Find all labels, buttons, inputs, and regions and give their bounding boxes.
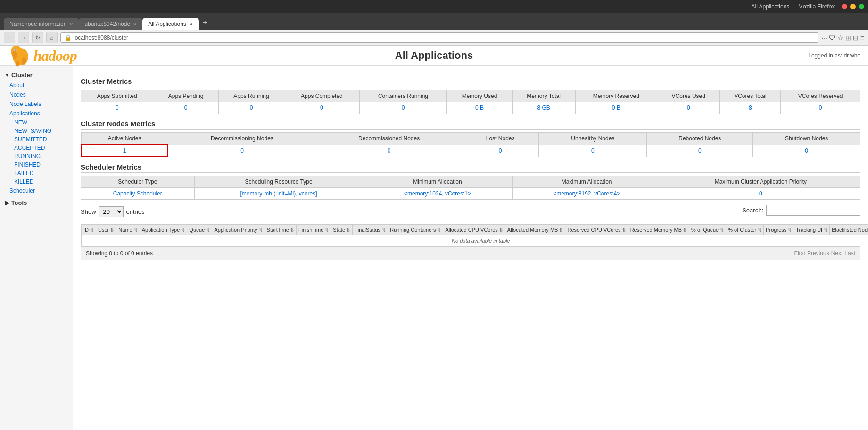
val-lost-nodes[interactable]: 0: [462, 145, 539, 157]
sidebar-cluster-header[interactable]: ▼ Cluster: [0, 70, 73, 81]
col-blacklisted-nodes[interactable]: Blacklisted Nodes ⇅: [830, 225, 868, 235]
pagination-buttons: First Previous Next Last: [794, 250, 855, 257]
tab-namenode[interactable]: Namenode information ✕: [4, 18, 79, 30]
minimize-window-btn[interactable]: [850, 4, 856, 9]
tracking-ui-sort-icon: ⇅: [824, 228, 827, 233]
start-time-sort-icon: ⇅: [290, 228, 294, 233]
sidebar-tools-section[interactable]: ▶ Tools: [0, 197, 73, 208]
tab-node[interactable]: ubuntu:8042/node ✕: [79, 18, 142, 30]
progress-sort-icon: ⇅: [788, 228, 792, 233]
col-application-type[interactable]: Application Type ⇅: [140, 225, 187, 235]
cluster-nodes-data-row: 1 0 0 0 0 0 0: [81, 145, 860, 157]
col-finish-time[interactable]: FinishTime ⇅: [296, 225, 331, 235]
col-pct-cluster[interactable]: % of Cluster ⇅: [726, 225, 764, 235]
col-start-time[interactable]: StartTime ⇅: [265, 225, 296, 235]
cluster-nodes-title: Cluster Nodes Metrics: [81, 120, 860, 130]
browser-chrome: All Applications — Mozilla Firefox Namen…: [0, 0, 868, 46]
close-window-btn[interactable]: [842, 4, 847, 9]
col-name[interactable]: Name ⇅: [116, 225, 140, 235]
cluster-metrics-data-row: 0 0 0 0 0 0 B 8 GB 0 B 0 8 0: [81, 102, 860, 114]
hadoop-logo-text: hadoop: [33, 47, 77, 65]
sidebar-item-failed[interactable]: FAILED: [0, 169, 73, 178]
sidebar-item-applications[interactable]: Applications: [0, 109, 73, 118]
val-apps-running[interactable]: 0: [218, 102, 284, 114]
split-view-icon[interactable]: ⊟: [853, 34, 859, 41]
col-decommissioned-nodes: Decommissioned Nodes: [316, 133, 462, 145]
tab-node-close[interactable]: ✕: [133, 22, 137, 27]
val-rebooted-nodes[interactable]: 0: [647, 145, 753, 157]
col-minimum-allocation: Minimum Allocation: [363, 176, 512, 188]
col-pct-queue[interactable]: % of Queue ⇅: [689, 225, 726, 235]
col-reserved-cpu-vcores[interactable]: Reserved CPU VCores ⇅: [565, 225, 628, 235]
page-wrapper: hadoop All Applications Logged in as: dr…: [0, 46, 868, 430]
sidebar-item-new-saving[interactable]: NEW_SAVING: [0, 127, 73, 135]
col-running-containers[interactable]: Running Containers ⇅: [388, 225, 443, 235]
val-apps-completed[interactable]: 0: [284, 102, 359, 114]
hadoop-elephant-svg: [8, 46, 33, 69]
sidebar-item-node-labels[interactable]: Node Labels: [0, 99, 73, 109]
toolbar-right: ··· 🛡 ☆ ⊞ ⊟ ≡: [821, 34, 864, 41]
final-status-sort-icon: ⇅: [382, 228, 386, 233]
col-progress[interactable]: Progress ⇅: [764, 225, 794, 235]
val-scheduler-type[interactable]: Capacity Scheduler: [81, 188, 195, 200]
tab-namenode-close[interactable]: ✕: [69, 22, 73, 27]
sidebar-toggle-icon[interactable]: ⊞: [845, 34, 851, 41]
bookmark-icon[interactable]: ☆: [837, 34, 843, 41]
home-button[interactable]: ⌂: [46, 32, 58, 43]
more-menu-btn[interactable]: ···: [821, 34, 827, 41]
back-button[interactable]: ←: [4, 32, 15, 43]
col-id[interactable]: ID ⇅: [82, 225, 96, 235]
col-user[interactable]: User ⇅: [96, 225, 116, 235]
search-input[interactable]: [766, 205, 860, 216]
previous-page-btn[interactable]: Previous: [807, 250, 829, 257]
show-search-row: Show 20 50 100 entries Search:: [81, 203, 860, 221]
sidebar-item-finished[interactable]: FINISHED: [0, 161, 73, 169]
col-queue[interactable]: Queue ⇅: [187, 225, 212, 235]
show-entries: Show 20 50 100 entries: [81, 206, 145, 217]
sidebar-item-killed[interactable]: KILLED: [0, 178, 73, 186]
val-shutdown-nodes[interactable]: 0: [753, 145, 860, 157]
val-apps-submitted[interactable]: 0: [81, 102, 153, 114]
val-active-nodes[interactable]: 1: [81, 145, 168, 157]
no-data-cell: No data available in table: [82, 235, 868, 246]
search-label: Search:: [742, 207, 763, 214]
first-page-btn[interactable]: First: [794, 250, 805, 257]
next-page-btn[interactable]: Next: [831, 250, 843, 257]
sidebar-item-running[interactable]: RUNNING: [0, 152, 73, 161]
sidebar-item-scheduler[interactable]: Scheduler: [0, 186, 73, 195]
window-controls[interactable]: [842, 4, 864, 9]
val-unhealthy-nodes[interactable]: 0: [539, 145, 647, 157]
col-reserved-memory-mb[interactable]: Reserved Memory MB ⇅: [628, 225, 689, 235]
maximize-window-btn[interactable]: [859, 4, 864, 9]
sidebar-item-about[interactable]: About: [0, 81, 73, 90]
col-unhealthy-nodes: Unhealthy Nodes: [539, 133, 647, 145]
val-decommissioning-nodes[interactable]: 0: [168, 145, 316, 157]
last-page-btn[interactable]: Last: [844, 250, 855, 257]
new-tab-button[interactable]: +: [199, 16, 211, 29]
col-memory-total: Memory Total: [512, 90, 575, 102]
state-sort-icon: ⇅: [347, 228, 350, 233]
menu-icon[interactable]: ≡: [860, 34, 864, 41]
forward-button[interactable]: →: [18, 32, 29, 43]
col-state[interactable]: State ⇅: [331, 225, 353, 235]
col-final-status[interactable]: FinalStatus ⇅: [353, 225, 388, 235]
entries-select[interactable]: 20 50 100: [99, 206, 124, 217]
tab-namenode-label: Namenode information: [9, 21, 66, 27]
col-allocated-memory-mb[interactable]: Allocated Memory MB ⇅: [505, 225, 565, 235]
val-apps-pending[interactable]: 0: [153, 102, 218, 114]
col-memory-used: Memory Used: [447, 90, 512, 102]
col-application-priority[interactable]: Application Priority ⇅: [212, 225, 265, 235]
tab-all-applications[interactable]: All Applications ✕: [142, 18, 199, 30]
sidebar-item-nodes[interactable]: Nodes: [0, 90, 73, 99]
sidebar-item-new[interactable]: NEW: [0, 118, 73, 127]
sidebar-item-accepted[interactable]: ACCEPTED: [0, 144, 73, 152]
col-tracking-ui[interactable]: Tracking UI ⇅: [794, 225, 830, 235]
reload-button[interactable]: ↻: [32, 32, 43, 43]
col-allocated-cpu-vcores[interactable]: Allocated CPU VCores ⇅: [443, 225, 505, 235]
val-decommissioned-nodes[interactable]: 0: [316, 145, 462, 157]
sidebar-item-submitted[interactable]: SUBMITTED: [0, 135, 73, 144]
address-bar[interactable]: 🔒 localhost:8088/cluster: [60, 32, 818, 43]
val-memory-used: 0 B: [447, 102, 512, 114]
cluster-metrics-table: Apps Submitted Apps Pending Apps Running…: [81, 90, 860, 114]
tab-all-applications-close[interactable]: ✕: [189, 22, 193, 27]
